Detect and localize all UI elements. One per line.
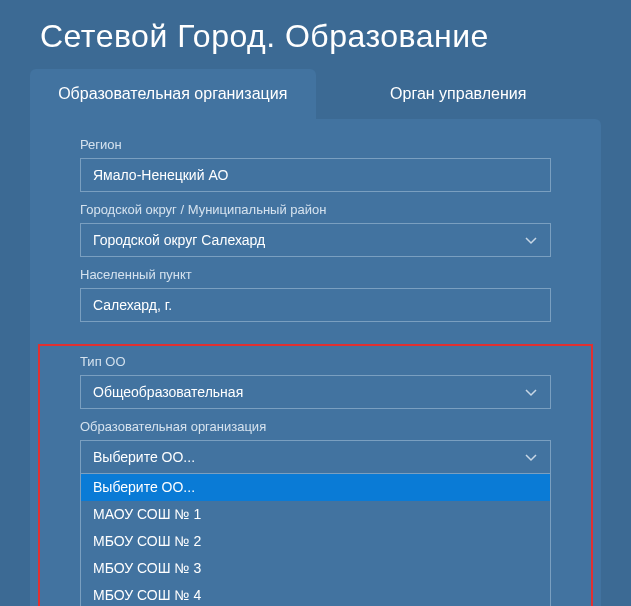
org-select[interactable]: Выберите ОО... (80, 440, 551, 474)
org-value: Выберите ОО... (93, 449, 195, 465)
chevron-down-icon (524, 385, 538, 399)
org-option[interactable]: МБОУ СОШ № 2 (81, 528, 550, 555)
tab-management-body[interactable]: Орган управления (316, 69, 602, 119)
region-value: Ямало-Ненецкий АО (93, 167, 228, 183)
highlighted-section: Тип ОО Общеобразовательная Образовательн… (38, 344, 593, 606)
district-label: Городской округ / Муниципальный район (80, 202, 551, 217)
org-dropdown: Выберите ОО... Выберите ОО...МАОУ СОШ № … (80, 440, 551, 606)
chevron-down-icon (524, 450, 538, 464)
org-dropdown-list: Выберите ОО...МАОУ СОШ № 1МБОУ СОШ № 2МБ… (80, 474, 551, 606)
district-value: Городской округ Салехард (93, 232, 265, 248)
org-type-select[interactable]: Общеобразовательная (80, 375, 551, 409)
org-option[interactable]: МБОУ СОШ № 3 (81, 555, 550, 582)
locality-select[interactable]: Салехард, г. (80, 288, 551, 322)
region-label: Регион (80, 137, 551, 152)
page-title: Сетевой Город. Образование (0, 0, 631, 69)
tabs: Образовательная организация Орган управл… (30, 69, 601, 119)
form-panel-bottom: Тип ОО Общеобразовательная Образовательн… (30, 344, 601, 606)
tab-educational-org[interactable]: Образовательная организация (30, 69, 316, 119)
locality-value: Салехард, г. (93, 297, 172, 313)
org-label: Образовательная организация (80, 419, 551, 434)
org-option[interactable]: МАОУ СОШ № 1 (81, 501, 550, 528)
form-panel-top: Регион Ямало-Ненецкий АО Городской округ… (30, 119, 601, 344)
org-type-value: Общеобразовательная (93, 384, 243, 400)
org-type-label: Тип ОО (80, 354, 551, 369)
chevron-down-icon (524, 233, 538, 247)
district-select[interactable]: Городской округ Салехард (80, 223, 551, 257)
locality-label: Населенный пункт (80, 267, 551, 282)
region-select[interactable]: Ямало-Ненецкий АО (80, 158, 551, 192)
org-option[interactable]: Выберите ОО... (81, 474, 550, 501)
org-option[interactable]: МБОУ СОШ № 4 (81, 582, 550, 606)
